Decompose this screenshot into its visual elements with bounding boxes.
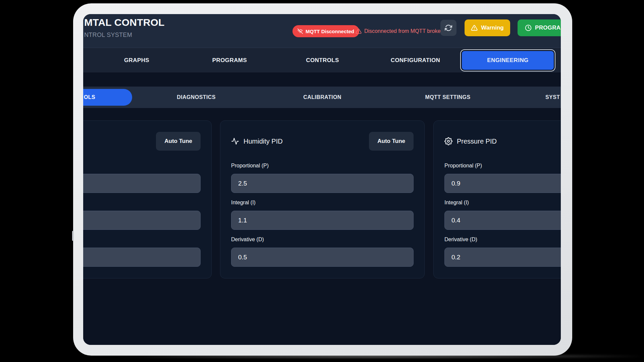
tab-engineering[interactable]: ENGINEERING [462, 51, 554, 70]
pid-field [83, 163, 201, 193]
pid-input[interactable] [83, 248, 201, 267]
pid-field-label [83, 200, 201, 207]
auto-tune-button[interactable]: Auto Tune [156, 132, 201, 151]
tab-controls-label: CONTROLS [306, 57, 339, 64]
tab-configuration-label: CONFIGURATION [391, 57, 440, 64]
pressure-card-header: Pressure PID [444, 132, 561, 151]
derivative-label: Derivative (D) [444, 237, 561, 244]
tab-controls[interactable]: CONTROLS [276, 48, 369, 72]
tab-engineering-label: ENGINEERING [487, 57, 528, 64]
alert-triangle-icon [356, 28, 362, 34]
pid-field-label [83, 163, 201, 170]
integral-label: Integral (I) [231, 200, 414, 207]
tab-programs-label: PROGRAMS [212, 57, 247, 64]
mqtt-disconnected-badge: MQTT Disconnected [292, 25, 359, 37]
pid-card-left-header: Auto Tune [83, 132, 201, 151]
mqtt-status-label: Disconnected from MQTT broker [364, 28, 442, 34]
pid-card-left: Auto Tune [83, 120, 212, 278]
humidity-card-title: Humidity PID [244, 138, 283, 145]
pid-field-label [83, 237, 201, 244]
page-title: MTAL CONTROL [84, 17, 165, 28]
tab-configuration[interactable]: CONFIGURATION [369, 48, 462, 72]
activity-icon [231, 137, 239, 145]
content-area: Auto Tune [83, 108, 561, 345]
refresh-button[interactable] [440, 20, 457, 36]
wifi-off-icon [298, 29, 303, 34]
warning-button[interactable]: Warning [465, 19, 510, 36]
integral-input[interactable] [444, 211, 561, 230]
warning-triangle-icon [471, 24, 478, 31]
program-button[interactable]: PROGRAM [518, 19, 561, 36]
subtab-controls[interactable]: OLS [83, 89, 132, 106]
app-screen: MTAL CONTROL NTROL SYSTEM MQTT Disconnec… [83, 14, 561, 345]
program-button-label: PROGRAM [535, 24, 561, 31]
pid-field [83, 237, 201, 267]
subtab-calibration[interactable]: CALIBRATION [303, 87, 341, 108]
proportional-label: Proportional (P) [231, 163, 414, 170]
mqtt-badge-label: MQTT Disconnected [306, 29, 354, 34]
integral-field: Integral (I) [444, 200, 561, 230]
integral-field: Integral (I) [231, 200, 414, 230]
humidity-card-header: Humidity PID Auto Tune [231, 132, 414, 151]
derivative-input[interactable] [231, 248, 414, 267]
tablet-frame: MTAL CONTROL NTROL SYSTEM MQTT Disconnec… [73, 3, 572, 356]
derivative-field: Derivative (D) [444, 237, 561, 267]
pid-input[interactable] [83, 174, 201, 193]
tab-graphs[interactable]: GRAPHS [90, 48, 183, 72]
gear-icon [444, 137, 452, 145]
tab-graphs-label: GRAPHS [124, 57, 149, 64]
pressure-pid-card: Pressure PID Proportional (P) Integral (… [433, 120, 561, 278]
page-subtitle: NTROL SYSTEM [84, 32, 132, 39]
subtab-system[interactable]: SYST [545, 87, 560, 108]
proportional-label: Proportional (P) [444, 163, 561, 170]
pressure-card-title: Pressure PID [457, 138, 497, 145]
proportional-input[interactable] [444, 174, 561, 193]
subtab-mqtt-settings-label: MQTT SETTINGS [425, 94, 471, 100]
derivative-input[interactable] [444, 248, 561, 267]
engineering-sub-nav: OLS DIAGNOSTICS CALIBRATION MQTT SETTING… [83, 87, 561, 108]
refresh-icon [445, 24, 452, 32]
proportional-input[interactable] [231, 174, 414, 193]
mqtt-status-text: Disconnected from MQTT broker [356, 25, 442, 37]
canvas: MTAL CONTROL NTROL SYSTEM MQTT Disconnec… [0, 0, 644, 362]
derivative-label: Derivative (D) [231, 237, 414, 244]
proportional-field: Proportional (P) [444, 163, 561, 193]
subtab-calibration-label: CALIBRATION [303, 94, 341, 100]
subtab-controls-label: OLS [84, 94, 95, 100]
pid-field [83, 200, 201, 230]
pid-input[interactable] [83, 211, 201, 230]
subtab-mqtt-settings[interactable]: MQTT SETTINGS [425, 87, 471, 108]
main-nav: GRAPHS PROGRAMS CONTROLS CONFIGURATION E… [83, 48, 561, 72]
subtab-diagnostics[interactable]: DIAGNOSTICS [177, 87, 216, 108]
subtab-diagnostics-label: DIAGNOSTICS [177, 94, 216, 100]
proportional-field: Proportional (P) [231, 163, 414, 193]
integral-input[interactable] [231, 211, 414, 230]
warning-button-label: Warning [481, 24, 503, 31]
tab-programs[interactable]: PROGRAMS [183, 48, 276, 72]
clock-icon [525, 24, 532, 31]
auto-tune-button[interactable]: Auto Tune [369, 132, 414, 151]
derivative-field: Derivative (D) [231, 237, 414, 267]
device-side-button [72, 231, 74, 241]
humidity-pid-card: Humidity PID Auto Tune Proportional (P) … [220, 120, 425, 278]
integral-label: Integral (I) [444, 200, 561, 207]
subtab-system-label: SYST [545, 94, 560, 100]
app-header: MTAL CONTROL NTROL SYSTEM MQTT Disconnec… [83, 14, 561, 48]
